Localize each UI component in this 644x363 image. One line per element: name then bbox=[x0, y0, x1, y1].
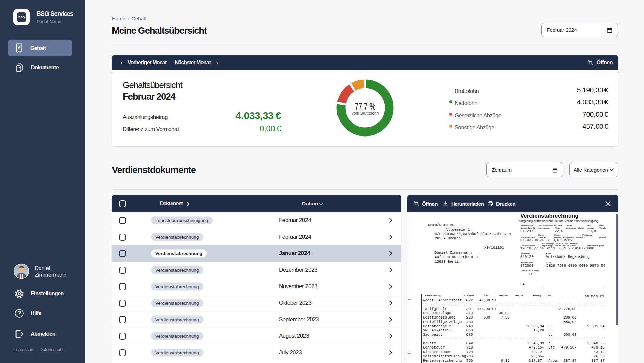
svg-text:vom Bruttolohn: vom Bruttolohn bbox=[352, 111, 379, 116]
svg-text:€: € bbox=[18, 45, 21, 50]
svg-text:77,7 %: 77,7 % bbox=[355, 101, 376, 112]
